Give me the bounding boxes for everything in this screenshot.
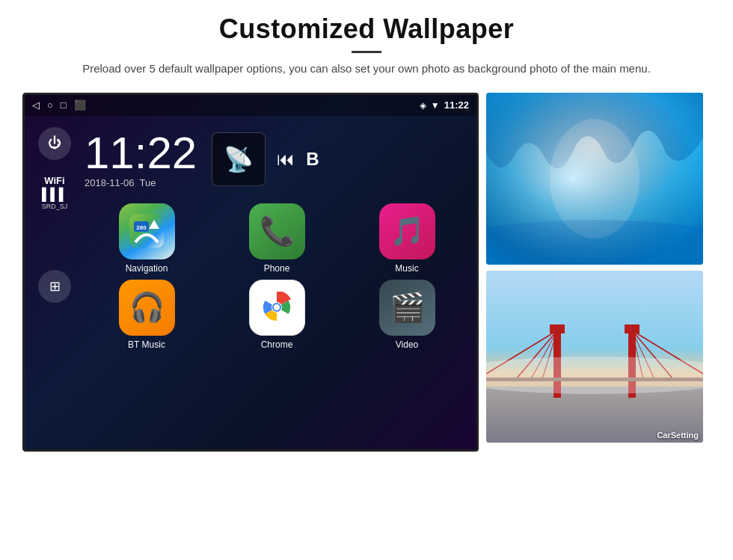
chrome-icon (261, 292, 292, 323)
back-icon[interactable]: ◁ (32, 99, 40, 111)
clock-widgets: 📡 ⏮ B (212, 132, 319, 186)
svg-rect-10 (486, 93, 703, 265)
app-music[interactable]: 🎵 Music (345, 203, 469, 274)
music-label: Music (395, 263, 418, 274)
chrome-label: Chrome (261, 339, 293, 350)
navigation-icon-bg: 280 (119, 203, 175, 259)
page-header: Customized Wallpaper Preload over 5 defa… (0, 0, 733, 85)
svg-point-7 (274, 304, 280, 310)
left-sidebar: ⏻ WiFi ▌▌▌ SRD_SJ ⊞ (25, 116, 85, 449)
center-content: 11:22 2018-11-06 Tue 📡 ⏮ B (85, 116, 476, 449)
location-icon: ◈ (420, 100, 426, 111)
phone-icon-bg: 📞 (249, 203, 305, 259)
status-right: ◈ ▼ 11:22 (420, 99, 469, 111)
chrome-icon-bg (249, 280, 305, 336)
home-icon[interactable]: ○ (47, 99, 53, 111)
phone-icon: 📞 (260, 215, 295, 247)
title-divider (352, 51, 381, 53)
phone-label: Phone (264, 263, 290, 274)
app-navigation[interactable]: 280 Navigation (85, 203, 209, 274)
apps-button[interactable]: ⊞ (38, 270, 71, 303)
svg-text:280: 280 (136, 224, 147, 231)
bluetooth-icon[interactable]: B (306, 149, 319, 170)
app-video[interactable]: 🎬 Video (345, 280, 469, 350)
video-icon: 🎬 (390, 291, 425, 324)
app-chrome[interactable]: Chrome (215, 280, 339, 350)
right-thumbnails: CarSetting (486, 93, 703, 443)
status-time: 11:22 (444, 99, 469, 111)
recents-icon[interactable]: □ (61, 99, 67, 111)
bridge-image: CarSetting (486, 271, 703, 443)
screen-body: ⏻ WiFi ▌▌▌ SRD_SJ ⊞ 11:22 (25, 116, 476, 449)
app-phone[interactable]: 📞 Phone (215, 203, 339, 274)
clock-area: 11:22 2018-11-06 Tue 📡 ⏮ B (85, 123, 469, 200)
bt-music-icon-bg: 🎧 (119, 280, 175, 336)
music-icon: 🎵 (390, 215, 425, 247)
svg-rect-15 (550, 324, 565, 333)
wifi-status-icon: ▼ (431, 100, 440, 111)
screenshot-icon[interactable]: ⬛ (74, 99, 86, 111)
grid-icon: ⊞ (49, 278, 61, 295)
navigation-icon: 280 (119, 203, 175, 259)
page-title: Customized Wallpaper (45, 13, 688, 45)
wifi-bars-icon: ▌▌▌ (42, 188, 67, 201)
wifi-info: WiFi ▌▌▌ SRD_SJ (42, 175, 68, 210)
wifi-network-name: SRD_SJ (42, 203, 68, 210)
clock-time: 11:22 (85, 131, 197, 176)
ice-cave-image (486, 93, 703, 265)
music-icon-bg: 🎵 (379, 203, 435, 259)
svg-point-26 (486, 357, 703, 394)
status-left: ◁ ○ □ ⬛ (32, 99, 86, 111)
clock-date: 2018-11-06 Tue (85, 177, 156, 188)
main-area: ◁ ○ □ ⬛ ◈ ▼ 11:22 ⏻ WiFi ▌▌▌ SRD_ (0, 85, 733, 459)
video-icon-bg: 🎬 (379, 280, 435, 336)
prev-track-icon[interactable]: ⏮ (277, 149, 295, 170)
power-button[interactable]: ⏻ (38, 127, 71, 160)
bt-music-label: BT Music (128, 339, 165, 350)
clock-info: 11:22 2018-11-06 Tue (85, 131, 197, 188)
app-grid: 280 Navigation 📞 P (85, 200, 469, 354)
power-icon: ⏻ (48, 135, 61, 151)
thumbnail-bridge[interactable]: CarSetting (486, 271, 703, 443)
app-bt-music[interactable]: 🎧 BT Music (85, 280, 209, 350)
wifi-label: WiFi (44, 175, 64, 186)
radio-icon: 📡 (224, 145, 254, 173)
car-setting-label: CarSetting (657, 431, 699, 440)
page-subtitle: Preload over 5 default wallpaper options… (45, 61, 688, 78)
radio-widget[interactable]: 📡 (212, 132, 266, 186)
navigation-label: Navigation (126, 263, 168, 274)
video-label: Video (396, 339, 418, 350)
android-screen: ◁ ○ □ ⬛ ◈ ▼ 11:22 ⏻ WiFi ▌▌▌ SRD_ (22, 93, 479, 452)
bluetooth-headphone-icon: 🎧 (129, 291, 165, 324)
thumbnail-ice-cave[interactable] (486, 93, 703, 265)
status-bar: ◁ ○ □ ⬛ ◈ ▼ 11:22 (25, 95, 476, 116)
